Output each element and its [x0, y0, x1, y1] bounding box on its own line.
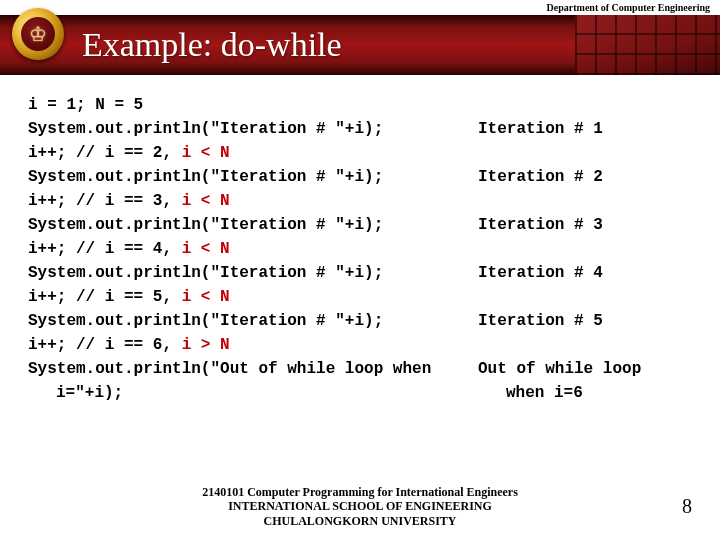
- logo-icon: ♔: [29, 22, 47, 46]
- footer-course: 2140101 Computer Programming for Interna…: [0, 485, 720, 499]
- output-line: [478, 333, 696, 357]
- code-line: System.out.println("Iteration # "+i);: [28, 213, 478, 237]
- code-line: i++; // i == 2, i < N: [28, 141, 478, 165]
- output-line: [478, 93, 696, 117]
- code-column: i = 1; N = 5 System.out.println("Iterati…: [28, 93, 478, 405]
- code-line: i++; // i == 3, i < N: [28, 189, 478, 213]
- output-line: [478, 237, 696, 261]
- code-line: i = 1; N = 5: [28, 93, 478, 117]
- code-line: System.out.println("Iteration # "+i);: [28, 117, 478, 141]
- code-line: i++; // i == 5, i < N: [28, 285, 478, 309]
- output-line: Out of while loop: [478, 357, 696, 381]
- footer-university: CHULALONGKORN UNIVERSITY: [0, 514, 720, 528]
- output-line: Iteration # 5: [478, 309, 696, 333]
- output-line: Iteration # 1: [478, 117, 696, 141]
- code-line: System.out.println("Iteration # "+i);: [28, 165, 478, 189]
- slide-header: Department of Computer Engineering Examp…: [0, 0, 720, 75]
- output-line: [478, 285, 696, 309]
- department-label: Department of Computer Engineering: [0, 0, 720, 16]
- output-line: [478, 141, 696, 165]
- code-line: i++; // i == 6, i > N: [28, 333, 478, 357]
- output-line: Iteration # 2: [478, 165, 696, 189]
- output-line: Iteration # 3: [478, 213, 696, 237]
- code-line: System.out.println("Iteration # "+i);: [28, 261, 478, 285]
- code-line: System.out.println("Iteration # "+i);: [28, 309, 478, 333]
- output-line: when i=6: [478, 381, 696, 405]
- title-band: Example: do-while: [0, 15, 720, 75]
- page-number: 8: [682, 495, 692, 518]
- footer-school: INTERNATIONAL SCHOOL OF ENGINEERING: [0, 499, 720, 513]
- code-line: System.out.println("Out of while loop wh…: [28, 357, 478, 381]
- slide-content: i = 1; N = 5 System.out.println("Iterati…: [0, 75, 720, 405]
- output-column: Iteration # 1 Iteration # 2 Iteration # …: [478, 93, 696, 405]
- code-line: i++; // i == 4, i < N: [28, 237, 478, 261]
- code-line: i="+i);: [28, 381, 478, 405]
- output-line: [478, 189, 696, 213]
- keyboard-decoration: [575, 15, 720, 75]
- university-logo: ♔: [12, 8, 66, 68]
- slide-footer: 2140101 Computer Programming for Interna…: [0, 485, 720, 528]
- output-line: Iteration # 4: [478, 261, 696, 285]
